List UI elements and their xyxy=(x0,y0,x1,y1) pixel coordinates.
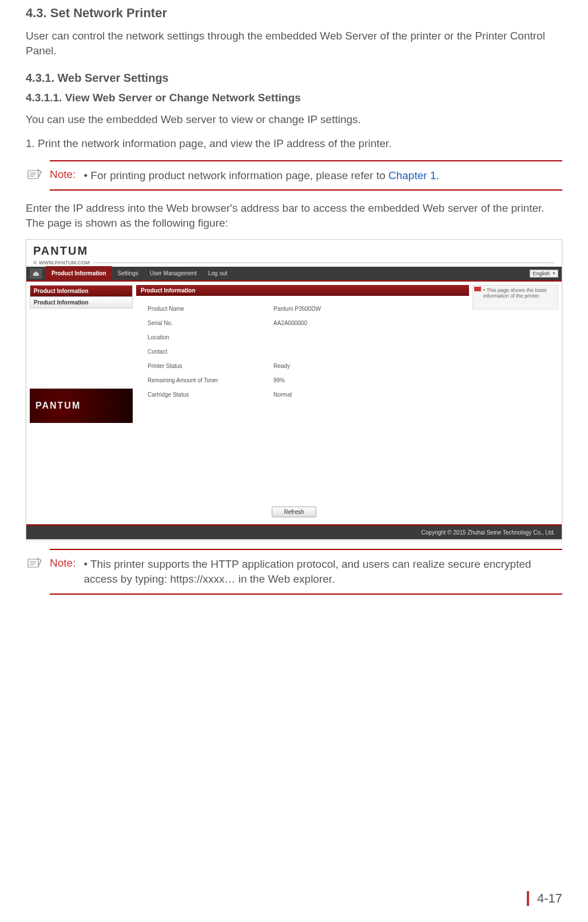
table-row: Remaining Amount of Toner99% xyxy=(148,373,458,387)
note-text: • For printing product network informati… xyxy=(84,168,439,183)
tab-user-management[interactable]: User Management xyxy=(144,266,202,281)
web-server-figure: PANTUM WWW.PANTUM.COM Product Informatio… xyxy=(26,239,562,540)
note1-prefix: • For printing product network informati… xyxy=(84,169,388,181)
row-value: Ready xyxy=(273,363,290,369)
row-value: Pantum P3500DW xyxy=(273,306,321,312)
note-rule-bottom xyxy=(50,593,562,595)
body-p2: 1. Print the network information page, a… xyxy=(26,136,562,151)
home-icon[interactable] xyxy=(30,268,42,279)
note-rule-top xyxy=(50,160,562,161)
tab-settings[interactable]: Settings xyxy=(112,266,144,281)
chapter-link[interactable]: Chapter 1 xyxy=(388,169,436,181)
note-block-2: Note: • This printer supports the HTTP a… xyxy=(50,549,562,594)
table-row: Product NamePantum P3500DW xyxy=(148,302,458,316)
note-label: Note: xyxy=(50,168,76,181)
note-rule-bottom xyxy=(50,189,562,191)
note-rule-top xyxy=(50,549,562,550)
sidebar: Product Information Product Information xyxy=(30,285,133,308)
note-label: Note: xyxy=(50,557,76,569)
tab-product-information[interactable]: Product Information xyxy=(46,266,112,281)
body-p1: You can use the embedded Web server to v… xyxy=(26,112,562,127)
table-row: Printer StatusReady xyxy=(148,359,458,373)
sidebar-header: Product Information xyxy=(30,286,132,296)
promo-logo: PANTUM xyxy=(35,401,81,411)
promo-banner: PANTUM xyxy=(30,389,133,423)
top-nav: Product Information Settings User Manage… xyxy=(26,267,562,282)
brand-logo: PANTUM xyxy=(33,244,555,258)
note1-suffix: . xyxy=(436,169,439,181)
row-key: Remaining Amount of Toner xyxy=(148,377,273,383)
note-icon xyxy=(26,557,44,569)
info-table: Product NamePantum P3500DW Serial No.AA2… xyxy=(136,296,469,402)
note-icon xyxy=(26,168,44,181)
refresh-button[interactable]: Refresh xyxy=(272,506,316,517)
page-number: 4-17 xyxy=(527,891,562,906)
row-key: Location xyxy=(148,334,273,341)
table-row: Serial No.AA2A000000 xyxy=(148,316,458,330)
intro-paragraph: User can control the network settings th… xyxy=(26,29,562,58)
url-dot xyxy=(33,261,37,264)
row-key: Printer Status xyxy=(148,363,273,369)
url-line xyxy=(93,262,555,263)
table-row: Cartridge StatusNormal xyxy=(148,387,458,402)
tip-text: • This page shows the basic information … xyxy=(483,287,555,299)
table-row: Location xyxy=(148,330,458,345)
tip-panel: • This page shows the basic information … xyxy=(472,285,558,310)
body-p3: Enter the IP address into the Web browse… xyxy=(26,201,562,230)
note-block-1: Note: • For printing product network inf… xyxy=(50,160,562,191)
sidebar-item-product-information[interactable]: Product Information xyxy=(30,296,132,308)
row-value: 99% xyxy=(273,377,285,383)
row-key: Contact xyxy=(148,349,273,355)
copyright-footer: Copyright © 2015 Zhuhai Seine Technology… xyxy=(26,524,562,539)
subsection-title: 4.3.1. Web Server Settings xyxy=(26,72,562,85)
url-text: WWW.PANTUM.COM xyxy=(39,260,90,266)
row-key: Serial No. xyxy=(148,320,273,326)
panel-header: Product Information xyxy=(136,285,469,296)
row-value: Normal xyxy=(273,391,292,398)
row-key: Cartridge Status xyxy=(148,391,273,398)
row-key: Product Name xyxy=(148,306,273,312)
note-text: • This printer supports the HTTP applica… xyxy=(84,557,562,586)
row-value: AA2A000000 xyxy=(273,320,307,326)
table-row: Contact xyxy=(148,345,458,359)
subsubsection-title: 4.3.1.1. View Web Server or Change Netwo… xyxy=(26,92,562,104)
section-title: 4.3. Set Network Printer xyxy=(26,6,562,21)
tab-log-out[interactable]: Log out xyxy=(202,266,233,281)
language-select[interactable]: English xyxy=(530,270,558,278)
